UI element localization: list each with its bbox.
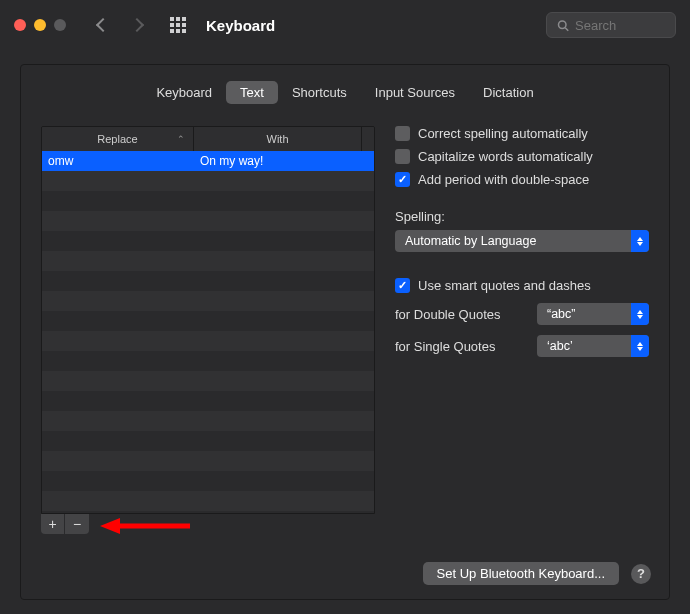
table-row[interactable]: omw On my way!	[42, 151, 374, 171]
replacements-table: Replace ⌃ With omw On my way!	[41, 126, 375, 514]
single-quotes-select[interactable]: ‘abc’	[537, 335, 649, 357]
svg-line-1	[565, 27, 568, 30]
table-row	[42, 451, 374, 471]
panel-body: Replace ⌃ With omw On my way!	[21, 104, 669, 534]
table-row	[42, 211, 374, 231]
window-title: Keyboard	[206, 17, 275, 34]
single-quotes-value: ‘abc’	[547, 339, 573, 353]
table-row	[42, 271, 374, 291]
table-controls: + −	[41, 514, 375, 534]
column-header-replace[interactable]: Replace ⌃	[42, 127, 194, 151]
smart-quotes-row[interactable]: Use smart quotes and dashes	[395, 278, 649, 293]
add-period-row[interactable]: Add period with double-space	[395, 172, 649, 187]
column-header-with[interactable]: With	[194, 127, 362, 151]
forward-button[interactable]	[130, 18, 144, 32]
search-icon	[557, 19, 569, 32]
table-body: omw On my way!	[42, 151, 374, 513]
add-button[interactable]: +	[41, 514, 65, 534]
table-row	[42, 191, 374, 211]
toolbar: Keyboard	[0, 0, 690, 50]
tab-shortcuts[interactable]: Shortcuts	[278, 81, 361, 104]
zoom-icon[interactable]	[54, 19, 66, 31]
table-row	[42, 431, 374, 451]
add-period-checkbox[interactable]	[395, 172, 410, 187]
smart-quotes-checkbox[interactable]	[395, 278, 410, 293]
double-quotes-select[interactable]: “abc”	[537, 303, 649, 325]
table-row	[42, 291, 374, 311]
correct-spelling-checkbox[interactable]	[395, 126, 410, 141]
cell-replace[interactable]: omw	[42, 151, 194, 171]
column-header-spacer	[362, 127, 374, 151]
add-period-label: Add period with double-space	[418, 172, 589, 187]
close-icon[interactable]	[14, 19, 26, 31]
column-header-replace-label: Replace	[97, 133, 137, 145]
double-quotes-label: for Double Quotes	[395, 307, 501, 322]
correct-spelling-label: Correct spelling automatically	[418, 126, 588, 141]
show-all-icon[interactable]	[170, 17, 186, 33]
search-input[interactable]	[575, 18, 665, 33]
options-column: Correct spelling automatically Capitaliz…	[395, 126, 649, 534]
search-field[interactable]	[546, 12, 676, 38]
table-row	[42, 471, 374, 491]
remove-button[interactable]: −	[65, 514, 89, 534]
capitalize-checkbox[interactable]	[395, 149, 410, 164]
tab-keyboard[interactable]: Keyboard	[142, 81, 226, 104]
tab-dictation[interactable]: Dictation	[469, 81, 548, 104]
spelling-select[interactable]: Automatic by Language	[395, 230, 649, 252]
help-button[interactable]: ?	[631, 564, 651, 584]
sort-indicator-icon: ⌃	[177, 134, 185, 144]
table-row	[42, 391, 374, 411]
double-quotes-value: “abc”	[547, 307, 575, 321]
chevron-updown-icon	[631, 303, 649, 325]
table-row	[42, 251, 374, 271]
table-header: Replace ⌃ With	[42, 127, 374, 151]
double-quotes-row: for Double Quotes “abc”	[395, 303, 649, 325]
capitalize-label: Capitalize words automatically	[418, 149, 593, 164]
content-panel: Keyboard Text Shortcuts Input Sources Di…	[20, 64, 670, 600]
minimize-icon[interactable]	[34, 19, 46, 31]
correct-spelling-row[interactable]: Correct spelling automatically	[395, 126, 649, 141]
table-row	[42, 371, 374, 391]
single-quotes-row: for Single Quotes ‘abc’	[395, 335, 649, 357]
column-header-with-label: With	[267, 133, 289, 145]
table-row	[42, 331, 374, 351]
table-row	[42, 351, 374, 371]
table-row	[42, 231, 374, 251]
chevron-updown-icon	[631, 335, 649, 357]
bottom-bar: Set Up Bluetooth Keyboard... ?	[423, 562, 651, 585]
capitalize-row[interactable]: Capitalize words automatically	[395, 149, 649, 164]
chevron-updown-icon	[631, 230, 649, 252]
table-row	[42, 311, 374, 331]
table-row	[42, 171, 374, 191]
table-row	[42, 411, 374, 431]
svg-point-0	[559, 21, 567, 29]
tab-text[interactable]: Text	[226, 81, 278, 104]
spelling-label: Spelling:	[395, 209, 649, 224]
cell-with[interactable]: On my way!	[194, 151, 374, 171]
spelling-value: Automatic by Language	[405, 234, 536, 248]
single-quotes-label: for Single Quotes	[395, 339, 495, 354]
replacements-table-wrap: Replace ⌃ With omw On my way!	[41, 126, 375, 534]
tab-bar: Keyboard Text Shortcuts Input Sources Di…	[21, 65, 669, 104]
back-button[interactable]	[96, 18, 110, 32]
window-controls	[14, 19, 66, 31]
table-row	[42, 491, 374, 511]
smart-quotes-label: Use smart quotes and dashes	[418, 278, 591, 293]
tab-input-sources[interactable]: Input Sources	[361, 81, 469, 104]
bluetooth-keyboard-button[interactable]: Set Up Bluetooth Keyboard...	[423, 562, 619, 585]
preferences-window: Keyboard Keyboard Text Shortcuts Input S…	[0, 0, 690, 614]
